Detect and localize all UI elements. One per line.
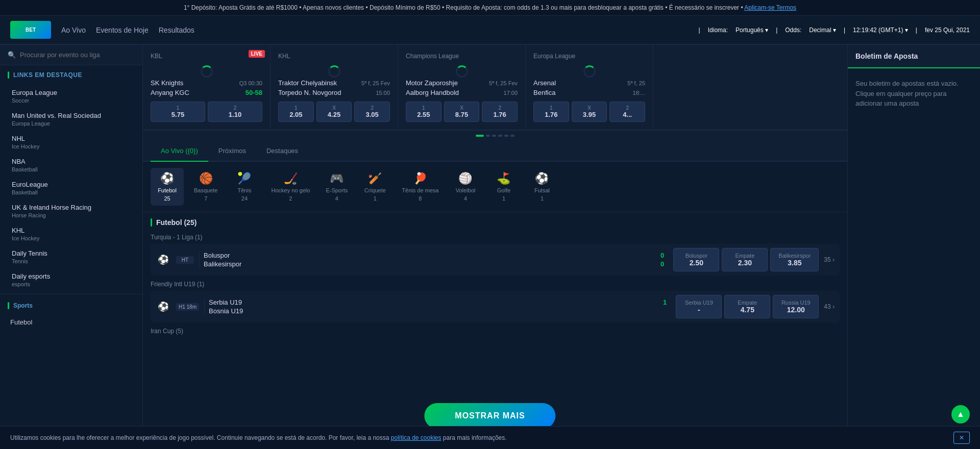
indicator-6[interactable] [510,135,514,137]
event-more-serbia[interactable]: 43 › [824,303,835,310]
odds-serbia-2[interactable]: Russia U19 12.00 [773,295,819,318]
odds-eu-x[interactable]: X 3.95 [572,102,607,122]
sport-filter-criquet[interactable]: 🏏 Críquete 1 [358,168,391,206]
tenis-mesa-icon: 🏓 [413,172,427,185]
featured-card-champions[interactable]: Champions League Motor Zaporoshje 5ª f, … [398,45,526,130]
sidebar-item-nba[interactable]: NBA Basketball [0,154,142,177]
indicator-2[interactable] [486,135,490,137]
language-dropdown[interactable]: Português [736,27,768,34]
card-loading-khl [278,64,390,79]
show-more-button[interactable]: MOSTRAR MAIS [424,403,555,429]
sidebar-item-europa-league[interactable]: Europa League Soccer [0,85,142,108]
sport-filter-futebol[interactable]: ⚽ Futebol 25 [151,168,184,206]
basquete-icon: 🏀 [199,172,213,185]
card-odds-khl: 1 2.05 X 4.25 2 3.05 [278,102,390,122]
event-more-boluspor[interactable]: 35 › [824,256,835,263]
search-bar[interactable]: 🔍 [0,45,142,65]
odds-btn-2[interactable]: 2 1.10 [208,102,262,122]
top-banner: 1° Depósito: Aposta Grátis de até R$1000… [0,0,980,16]
odds-btn-1[interactable]: 1 5.75 [151,102,205,122]
odds-ch-1[interactable]: 1 2.55 [406,102,442,122]
scroll-top-button[interactable]: ▲ [951,405,970,423]
banner-link[interactable]: Aplicam-se Termos [744,4,796,11]
main-content: LIVE KBL SK Knights Q3 00:30 Anyang KGC … [143,45,847,448]
sport-filter-esports[interactable]: 🎮 E-Sports 4 [320,168,353,206]
indicator-1[interactable] [476,135,484,137]
odds-eu-1[interactable]: 1 1.76 [533,102,569,122]
tab-ao-vivo[interactable]: Ao Vivo ({0}) [151,141,208,162]
odds-dropdown[interactable]: Decimal [809,27,836,34]
sport-filter-tenis[interactable]: 🎾 Tênis 24 [228,168,261,206]
sidebar-item-daily-tennis[interactable]: Daily Tennis Tennis [0,245,142,268]
odds-khl-1[interactable]: 1 2.05 [278,102,314,122]
odds-khl-x[interactable]: X 4.25 [316,102,352,122]
event-sport-icon: ⚽ [156,254,171,265]
time-display[interactable]: 12:19:42 (GMT+1) [853,27,908,34]
featured-card-europa[interactable]: Europa League Arsenal 5ª f, 25 Benfica 1… [526,45,653,130]
sidebar-item-nhl[interactable]: NHL Ice Hockey [0,131,142,154]
sport-filter-basquete[interactable]: 🏀 Basquete 7 [189,168,223,206]
card-match-khl2: Torpedo N. Novgorod 15:00 [278,89,390,96]
odds-eu-2[interactable]: 2 4... [609,102,645,122]
futsal-icon: ⚽ [535,172,549,185]
odds-ch-x[interactable]: X 8.75 [444,102,480,122]
hockey-icon: 🏒 [284,172,298,185]
indicator-4[interactable] [498,135,502,137]
indicator-5[interactable] [504,135,508,137]
search-input[interactable] [20,51,135,59]
event-teams: Boluspor 0 Balikesirspor 0 [204,252,664,268]
tab-destaques[interactable]: Destaques [256,141,308,162]
logo[interactable]: BET [10,21,51,39]
section-title: Futebol (25) [156,218,197,227]
event-team-serbia: Serbia U19 1 [209,298,667,306]
sidebar-item-euroleague[interactable]: EuroLeague Basketball [0,177,142,199]
sport-filter-hockey[interactable]: 🏒 Hockey no gelo 2 [266,168,315,206]
card-match-ch2: Aalborg Handbold 17:00 [406,89,518,96]
odds-serbia-x[interactable]: Empate 4.75 [724,295,770,318]
odds-khl-2[interactable]: 2 3.05 [354,102,390,122]
sidebar-item-futebol[interactable]: Futebol [0,314,142,330]
sidebar-item-daily-esports[interactable]: Daily esports esports [0,268,142,291]
card-match: SK Knights Q3 00:30 [151,79,262,87]
futebol-icon: ⚽ [160,172,174,185]
card-league-khl: KHL [278,53,390,60]
card-league-champions: Champions League [406,53,518,60]
sidebar-divider [0,294,142,294]
odds-boluspor-x[interactable]: Empate 2.30 [722,248,768,271]
sports-section-title: Sports [0,297,142,314]
odds-boluspor-2[interactable]: Balikesirspor 3.85 [770,248,819,271]
cookie-close-button[interactable]: ✕ [953,432,970,444]
card-league: KBL [151,53,262,60]
featured-card-kbl[interactable]: LIVE KBL SK Knights Q3 00:30 Anyang KGC … [143,45,271,130]
indicator-3[interactable] [492,135,496,137]
criquet-icon: 🏏 [368,172,382,185]
nav-eventos[interactable]: Eventos de Hoje [96,26,149,34]
nav-resultados[interactable]: Resultados [159,26,194,34]
odds-boluspor-1[interactable]: Boluspor 2.50 [673,248,719,271]
golfe-icon: ⛳ [497,172,510,185]
league-header-turquia: Turquia - 1 Liga (1) [151,231,840,244]
featured-cards: LIVE KBL SK Knights Q3 00:30 Anyang KGC … [143,45,847,131]
sport-filter-golfe[interactable]: ⛳ Golfe 1 [487,168,520,206]
card-loading [151,64,262,79]
events-section: Futebol (25) Turquia - 1 Liga (1) ⚽ HT B… [143,212,847,345]
sport-filter-tenis-mesa[interactable]: 🏓 Tênis de mesa 8 [397,168,444,206]
event-teams-serbia: Serbia U19 1 Bosnia U19 [209,298,667,315]
tab-proximos[interactable]: Próximos [208,141,256,162]
event-row-serbia: ⚽ H1 18m Serbia U19 1 Bosnia U19 [151,291,840,322]
sport-filter-futsal[interactable]: ⚽ Futsal 1 [525,168,558,206]
nav-ao-vivo[interactable]: Ao Vivo [61,26,86,34]
cookie-policy-link[interactable]: política de cookies [391,434,442,441]
cookie-banner: Utilizamos cookies para lhe oferecer a m… [0,426,980,448]
event-team-balikesirspor: Balikesirspor 0 [204,260,664,268]
odds-ch-2[interactable]: 2 1.76 [482,102,518,122]
sport-filter-voleibol[interactable]: 🏐 Voleibol 4 [449,168,482,206]
sidebar-item-uk-horse-racing[interactable]: UK & Ireland Horse Racing Horse Racing [0,199,142,222]
sidebar-item-khl[interactable]: KHL Ice Hockey [0,222,142,245]
league-header-friendly: Friendly Intl U19 (1) [151,278,840,291]
featured-card-khl[interactable]: KHL Traktor Chelyabinsk 5ª f, 25 Fev Tor… [271,45,398,130]
odds-serbia-1[interactable]: Serbia U19 - [676,295,722,318]
sidebar-item-man-united[interactable]: Man United vs. Real Sociedad Europa Leag… [0,108,142,131]
card-odds-champions: 1 2.55 X 8.75 2 1.76 [406,102,518,122]
event-team-boluspor: Boluspor 0 [204,252,664,259]
